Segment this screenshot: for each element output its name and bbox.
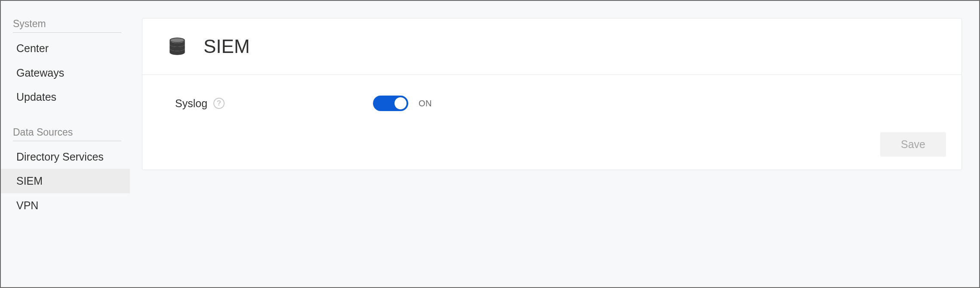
sidebar-item-gateways[interactable]: Gateways xyxy=(1,61,130,85)
syslog-toggle-wrap: ON xyxy=(373,96,432,111)
syslog-toggle[interactable] xyxy=(373,96,408,111)
svg-point-1 xyxy=(170,38,184,42)
toggle-knob xyxy=(394,97,407,109)
syslog-label-wrap: Syslog ? xyxy=(175,97,373,110)
sidebar: System Center Gateways Updates Data Sour… xyxy=(1,1,130,287)
panel-body: Syslog ? ON Save xyxy=(142,75,962,170)
sidebar-group-heading-system: System xyxy=(13,14,121,33)
sidebar-item-vpn[interactable]: VPN xyxy=(1,193,130,218)
database-icon xyxy=(166,36,188,57)
page-title: SIEM xyxy=(203,36,250,57)
sidebar-group-heading-data-sources: Data Sources xyxy=(13,122,121,141)
main-area: SIEM Syslog ? ON Save xyxy=(130,1,979,287)
sidebar-item-center[interactable]: Center xyxy=(1,36,130,61)
sidebar-item-siem[interactable]: SIEM xyxy=(1,169,130,193)
save-button[interactable]: Save xyxy=(880,132,946,157)
app-window: System Center Gateways Updates Data Sour… xyxy=(0,0,980,288)
sidebar-group-data-sources: Directory Services SIEM VPN xyxy=(1,141,130,218)
sidebar-item-directory-services[interactable]: Directory Services xyxy=(1,145,130,169)
syslog-row: Syslog ? ON xyxy=(175,96,937,111)
syslog-toggle-state: ON xyxy=(419,99,432,108)
sidebar-item-updates[interactable]: Updates xyxy=(1,85,130,109)
sidebar-group-system: Center Gateways Updates xyxy=(1,33,130,109)
help-icon[interactable]: ? xyxy=(213,98,225,109)
syslog-label: Syslog xyxy=(175,97,207,110)
actions-row: Save xyxy=(880,132,946,157)
settings-panel: SIEM Syslog ? ON Save xyxy=(142,18,962,170)
panel-header: SIEM xyxy=(142,19,962,75)
